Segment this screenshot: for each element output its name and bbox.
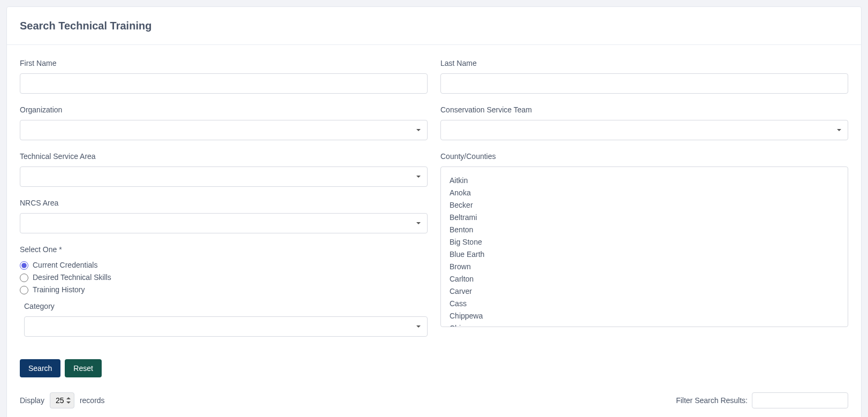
nrcs-select[interactable] [20, 213, 428, 233]
tsa-label: Technical Service Area [20, 151, 428, 162]
county-option[interactable]: Cass [450, 298, 839, 310]
filter-group: Filter Search Results: [676, 392, 848, 408]
county-option[interactable]: Becker [450, 199, 839, 211]
select-one-label: Select One * [20, 244, 428, 255]
organization-select[interactable] [20, 120, 428, 140]
conservation-team-label: Conservation Service Team [440, 104, 848, 116]
radio-desired-row: Desired Technical Skills [20, 272, 428, 283]
county-option[interactable]: Brown [450, 261, 839, 273]
county-option[interactable]: Aitkin [450, 175, 839, 187]
radio-history-row: Training History [20, 284, 428, 295]
nrcs-label: NRCS Area [20, 198, 428, 209]
first-name-input[interactable] [20, 73, 428, 94]
radio-history-label[interactable]: Training History [33, 284, 85, 295]
nrcs-group: NRCS Area [20, 198, 428, 233]
category-select[interactable] [24, 316, 428, 337]
organization-label: Organization [20, 104, 428, 116]
select-one-group: Select One * Current Credentials Desired… [20, 244, 428, 337]
county-option[interactable]: Chisago [450, 322, 839, 327]
counties-label: County/Counties [440, 151, 848, 162]
page-title: Search Technical Training [20, 18, 848, 34]
tsa-group: Technical Service Area [20, 151, 428, 187]
first-name-group: First Name [20, 58, 428, 94]
last-name-group: Last Name [440, 58, 848, 94]
category-label: Category [24, 301, 428, 312]
radio-current-row: Current Credentials [20, 260, 428, 271]
radio-desired[interactable] [20, 274, 28, 282]
county-option[interactable]: Carlton [450, 273, 839, 285]
display-label: Display [20, 395, 44, 406]
counties-listbox[interactable]: AitkinAnokaBeckerBeltramiBentonBig Stone… [440, 166, 848, 327]
first-name-label: First Name [20, 58, 428, 69]
counties-group: County/Counties AitkinAnokaBeckerBeltram… [440, 151, 848, 327]
conservation-team-select[interactable] [440, 120, 848, 140]
reset-button[interactable]: Reset [65, 359, 102, 377]
county-option[interactable]: Benton [450, 224, 839, 236]
organization-group: Organization [20, 104, 428, 140]
right-column: Last Name Conservation Service Team Coun… [440, 58, 848, 347]
filter-label: Filter Search Results: [676, 395, 748, 406]
radio-group: Current Credentials Desired Technical Sk… [20, 260, 428, 295]
left-column: First Name Organization Technical Servic… [20, 58, 428, 347]
county-option[interactable]: Carver [450, 285, 839, 298]
records-label: records [80, 395, 105, 406]
card-header: Search Technical Training [7, 7, 861, 45]
radio-desired-label[interactable]: Desired Technical Skills [33, 272, 111, 283]
filter-input[interactable] [752, 392, 848, 408]
search-card: Search Technical Training First Name Org… [6, 6, 862, 417]
radio-current-label[interactable]: Current Credentials [33, 260, 97, 271]
county-option[interactable]: Anoka [450, 187, 839, 199]
display-group: Display 25 records [20, 392, 105, 408]
form-row: First Name Organization Technical Servic… [20, 58, 848, 347]
county-option[interactable]: Chippewa [450, 310, 839, 322]
button-row: Search Reset [20, 359, 848, 377]
conservation-team-group: Conservation Service Team [440, 104, 848, 140]
county-option[interactable]: Beltrami [450, 211, 839, 224]
tsa-select[interactable] [20, 166, 428, 187]
table-controls-row: Display 25 records Filter Search Results… [20, 392, 848, 408]
page-size-select[interactable]: 25 [50, 392, 74, 408]
radio-current[interactable] [20, 261, 28, 270]
last-name-label: Last Name [440, 58, 848, 69]
card-body: First Name Organization Technical Servic… [7, 45, 861, 417]
county-option[interactable]: Big Stone [450, 236, 839, 248]
radio-history[interactable] [20, 286, 28, 294]
category-group: Category [24, 301, 428, 337]
county-option[interactable]: Blue Earth [450, 248, 839, 261]
last-name-input[interactable] [440, 73, 848, 94]
search-button[interactable]: Search [20, 359, 60, 377]
